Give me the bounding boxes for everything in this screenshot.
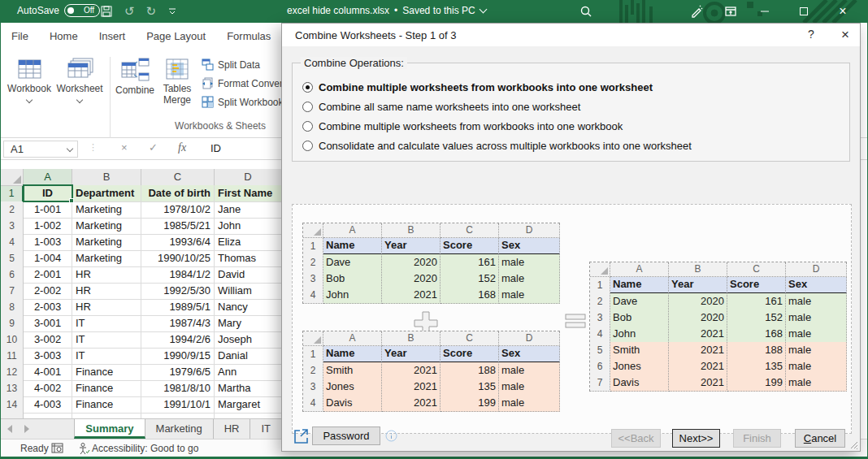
column-header-b[interactable]: B bbox=[72, 169, 141, 186]
cell[interactable]: 3-001 bbox=[24, 315, 72, 332]
radio-same-name-worksheets[interactable]: Combine all same name worksheets into on… bbox=[302, 101, 580, 113]
popout-icon[interactable] bbox=[293, 428, 310, 444]
cell[interactable]: 2-001 bbox=[24, 266, 72, 284]
password-button[interactable]: Password bbox=[312, 427, 380, 445]
select-all-button[interactable] bbox=[1, 169, 24, 186]
format-convert-button[interactable]: Format Convert bbox=[202, 77, 285, 89]
sheet-nav-left-icon[interactable] bbox=[1, 419, 18, 439]
row-number[interactable]: 8 bbox=[1, 299, 24, 316]
cell[interactable]: 1990/9/15 bbox=[141, 348, 215, 365]
column-header-c[interactable]: C bbox=[141, 169, 215, 186]
name-box[interactable]: A1 bbox=[3, 141, 78, 158]
back-button[interactable]: <<Back bbox=[611, 429, 661, 448]
tables-merge-button[interactable]: Tables Merge bbox=[157, 57, 197, 106]
save-icon[interactable] bbox=[100, 5, 113, 18]
cell[interactable]: HR bbox=[72, 299, 141, 316]
cell[interactable]: Mary bbox=[215, 315, 282, 332]
split-data-button[interactable]: Split Data bbox=[202, 58, 260, 71]
cell[interactable]: 2-002 bbox=[24, 283, 72, 300]
cell[interactable]: 1-004 bbox=[24, 250, 72, 267]
ribbon-tab-insert[interactable]: Insert bbox=[89, 23, 137, 50]
split-workbook-button[interactable]: Split Workbook bbox=[202, 96, 283, 108]
namebox-dropdown-icon[interactable] bbox=[67, 145, 73, 152]
cancel-button[interactable]: Cancel bbox=[795, 429, 845, 448]
row-number[interactable]: 14 bbox=[1, 396, 24, 414]
insert-function-icon[interactable]: fx bbox=[178, 141, 186, 154]
cell[interactable]: 1987/4/3 bbox=[141, 315, 215, 332]
cell[interactable]: 1994/2/6 bbox=[141, 331, 215, 349]
row-number[interactable]: 7 bbox=[1, 283, 24, 300]
cell[interactable]: Finance bbox=[72, 364, 141, 381]
accessibility-icon[interactable] bbox=[77, 442, 90, 455]
ribbon-tab-page-layout[interactable]: Page Layout bbox=[136, 23, 216, 50]
dialog-close-button[interactable]: × bbox=[835, 27, 856, 43]
row-number[interactable]: 2 bbox=[1, 201, 24, 219]
minimize-button[interactable] bbox=[749, 0, 781, 23]
row-number[interactable]: 4 bbox=[1, 234, 24, 251]
fill-handle[interactable] bbox=[69, 198, 74, 203]
cell[interactable]: 1989/5/1 bbox=[141, 299, 215, 316]
next-button[interactable]: Next>> bbox=[672, 429, 720, 448]
cell[interactable]: HR bbox=[72, 283, 141, 300]
ribbon-tab-home[interactable]: Home bbox=[39, 23, 89, 50]
cell[interactable]: Marketing bbox=[72, 201, 141, 219]
macro-record-icon[interactable] bbox=[51, 442, 64, 455]
cell[interactable]: David bbox=[215, 266, 282, 284]
row-number[interactable]: 1 bbox=[1, 185, 24, 202]
cell[interactable]: Joseph bbox=[215, 331, 282, 349]
cell[interactable]: 1990/10/25 bbox=[141, 250, 215, 267]
cell[interactable]: HR bbox=[72, 266, 141, 284]
close-button[interactable]: × bbox=[827, 0, 859, 23]
sheet-tab-summary[interactable]: Summary bbox=[74, 419, 145, 439]
cell[interactable]: William bbox=[215, 283, 282, 300]
row-number[interactable]: 10 bbox=[1, 331, 24, 349]
row-number[interactable]: 9 bbox=[1, 315, 24, 332]
row-number[interactable]: 12 bbox=[1, 364, 24, 381]
sheet-tab-marketing[interactable]: Marketing bbox=[145, 419, 214, 439]
cell[interactable]: 2-003 bbox=[24, 299, 72, 316]
row-number[interactable]: 6 bbox=[1, 266, 24, 284]
cell[interactable]: Marketing bbox=[72, 218, 141, 235]
cell[interactable]: 1-002 bbox=[24, 218, 72, 235]
ribbon-display-options-icon[interactable] bbox=[714, 0, 747, 23]
cell[interactable]: 1981/8/10 bbox=[141, 380, 215, 397]
cell[interactable]: Ann bbox=[215, 364, 282, 381]
cell[interactable]: Marketing bbox=[72, 234, 141, 251]
cell[interactable]: Finance bbox=[72, 380, 141, 397]
cell[interactable]: First Name bbox=[215, 185, 282, 202]
sheet-tab-hr[interactable]: HR bbox=[214, 419, 251, 439]
info-icon[interactable] bbox=[385, 430, 397, 442]
formula-input[interactable]: ID bbox=[210, 142, 221, 154]
autosave-toggle[interactable]: Off bbox=[64, 4, 100, 17]
cell[interactable]: 1985/5/21 bbox=[141, 218, 215, 235]
undo-icon[interactable]: ↺ bbox=[124, 4, 135, 19]
cell[interactable]: 4-001 bbox=[24, 364, 72, 381]
cell[interactable]: Thomas bbox=[215, 250, 282, 267]
radio-consolidate-calculate[interactable]: Consolidate and calculate values across … bbox=[302, 140, 692, 152]
cell[interactable]: IT bbox=[72, 331, 141, 349]
cell[interactable]: 1-003 bbox=[24, 234, 72, 251]
cell[interactable]: Finance bbox=[72, 396, 141, 414]
cell[interactable]: Department bbox=[72, 185, 141, 202]
ribbon-tab-formulas[interactable]: Formulas bbox=[216, 23, 281, 50]
column-header-d[interactable]: D bbox=[215, 169, 282, 186]
row-number[interactable]: 13 bbox=[1, 380, 24, 397]
cell[interactable]: 1979/6/5 bbox=[141, 364, 215, 381]
cell[interactable]: Danial bbox=[215, 348, 282, 365]
customize-qat-icon[interactable] bbox=[167, 6, 177, 16]
cell[interactable]: Martha bbox=[215, 380, 282, 397]
redo-icon[interactable]: ↻ bbox=[146, 4, 157, 19]
ribbon-tab-file[interactable]: File bbox=[1, 23, 39, 50]
row-number[interactable]: 3 bbox=[1, 218, 24, 235]
search-icon[interactable] bbox=[570, 0, 602, 23]
cell[interactable]: Jane bbox=[215, 201, 282, 219]
workbook-button[interactable]: Workbook bbox=[6, 57, 53, 102]
cell[interactable]: 1991/10/1 bbox=[141, 396, 215, 414]
cell[interactable]: IT bbox=[72, 315, 141, 332]
finish-button[interactable]: Finish bbox=[733, 429, 781, 448]
cell[interactable]: 4-003 bbox=[24, 396, 72, 414]
cell[interactable]: Margaret bbox=[215, 396, 282, 414]
cell[interactable]: Nancy bbox=[215, 299, 282, 316]
cell[interactable]: IT bbox=[72, 348, 141, 365]
cell[interactable]: John bbox=[215, 218, 282, 235]
